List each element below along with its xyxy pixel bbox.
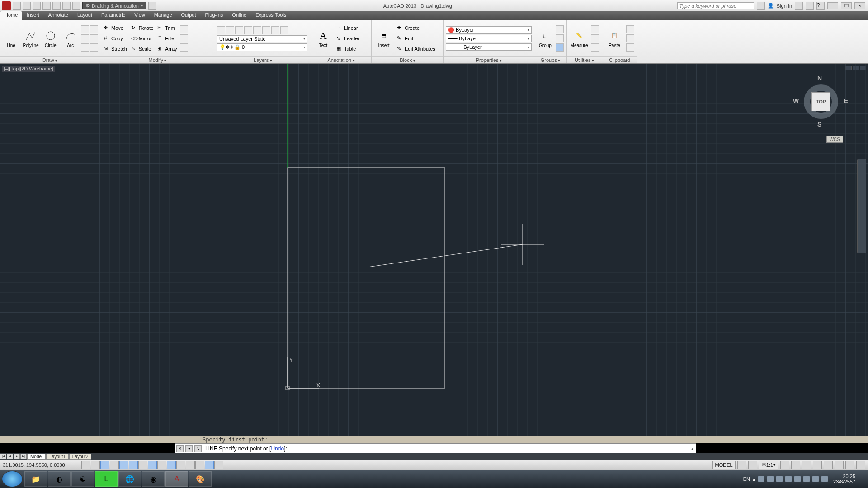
draw-mini-6-icon[interactable] bbox=[90, 43, 98, 52]
infocenter-search-icon[interactable] bbox=[757, 2, 765, 10]
taskbar-app1-icon[interactable]: ◐ bbox=[48, 471, 71, 487]
groups-mini-3-icon[interactable] bbox=[556, 43, 564, 52]
line-button[interactable]: Line bbox=[2, 23, 20, 54]
workspace-selector[interactable]: ⚙ Drafting & Annotation ▾ bbox=[82, 2, 146, 9]
layer-btn-7-icon[interactable] bbox=[271, 26, 279, 34]
search-input[interactable] bbox=[677, 2, 754, 9]
cmd-expand-icon[interactable]: ▴ bbox=[691, 446, 696, 451]
layer-btn-6-icon[interactable] bbox=[262, 26, 270, 34]
qat-undo-icon[interactable] bbox=[62, 2, 71, 10]
toggle-polar[interactable] bbox=[119, 461, 128, 469]
stayconnected-icon[interactable] bbox=[806, 2, 814, 10]
qat-dropdown-icon[interactable] bbox=[148, 2, 156, 10]
layer-btn-2-icon[interactable] bbox=[226, 26, 234, 34]
linetype-selector[interactable]: ──── ByLayer▾ bbox=[446, 43, 532, 51]
measure-button[interactable]: 📏 Measure bbox=[569, 23, 590, 54]
leader-button[interactable]: ↘Leader bbox=[335, 34, 361, 43]
panel-utilities-label[interactable]: Utilities bbox=[567, 56, 602, 63]
tab-home[interactable]: Home bbox=[0, 11, 22, 20]
drawing-canvas[interactable]: [–][Top][2D Wireframe] X Y bbox=[0, 64, 868, 436]
status-btn-f-icon[interactable] bbox=[813, 461, 822, 469]
start-button[interactable] bbox=[2, 471, 23, 487]
show-desktop-button[interactable] bbox=[861, 471, 864, 487]
wcs-label[interactable]: WCS bbox=[826, 136, 843, 143]
layout-nav-last[interactable]: ▸| bbox=[20, 454, 27, 459]
viewcube-top[interactable]: TOP bbox=[811, 92, 830, 111]
tab-layout[interactable]: Layout bbox=[73, 11, 97, 20]
create-button[interactable]: ✚Create bbox=[396, 23, 437, 33]
toggle-infer[interactable] bbox=[81, 461, 90, 469]
help-icon[interactable]: ? bbox=[816, 2, 825, 10]
toggle-dyn[interactable] bbox=[167, 461, 176, 469]
status-btn-i-icon[interactable] bbox=[845, 461, 854, 469]
tray-icon-1[interactable] bbox=[758, 476, 764, 482]
modify-mini-2-icon[interactable] bbox=[180, 34, 188, 42]
lineweight-selector[interactable]: ━━━ ByLayer▾ bbox=[446, 35, 532, 42]
layout-nav-prev[interactable]: ◂ bbox=[7, 454, 13, 459]
color-selector[interactable]: 🔴 ByLayer▾ bbox=[446, 26, 532, 34]
viewcube-e[interactable]: E bbox=[844, 97, 848, 104]
exchange-icon[interactable] bbox=[795, 2, 803, 10]
tray-icon-4[interactable] bbox=[785, 476, 792, 482]
panel-annotation-label[interactable]: Annotation bbox=[311, 56, 371, 63]
viewcube-n[interactable]: N bbox=[817, 75, 822, 82]
toggle-ducs[interactable] bbox=[157, 461, 166, 469]
tray-icon-2[interactable] bbox=[767, 476, 774, 482]
layer-btn-8-icon[interactable] bbox=[280, 26, 288, 34]
linear-button[interactable]: ↔Linear bbox=[335, 23, 361, 33]
groups-mini-1-icon[interactable] bbox=[556, 25, 564, 33]
layout-tab-model[interactable]: Model bbox=[27, 454, 46, 460]
tab-view[interactable]: View bbox=[130, 11, 150, 20]
toggle-tpy[interactable] bbox=[186, 461, 195, 469]
table-button[interactable]: ▦Table bbox=[335, 44, 361, 54]
layer-btn-1-icon[interactable] bbox=[217, 26, 225, 34]
scale-button[interactable]: ⤡Scale bbox=[130, 44, 155, 54]
signin-link[interactable]: Sign In bbox=[777, 3, 792, 9]
status-annoscale[interactable]: ⚖ 1:1 ▾ bbox=[759, 461, 778, 469]
navigation-bar[interactable] bbox=[857, 159, 866, 253]
toggle-grid[interactable] bbox=[100, 461, 109, 469]
layer-state-selector[interactable]: Unsaved Layer State▾ bbox=[217, 35, 307, 42]
clip-mini-2-icon[interactable] bbox=[626, 34, 634, 42]
qat-redo-icon[interactable] bbox=[72, 2, 80, 10]
status-coordinates[interactable]: 311.9015, 194.5550, 0.0000 bbox=[0, 462, 81, 468]
viewcube-w[interactable]: W bbox=[793, 97, 799, 104]
text-button[interactable]: A Text bbox=[313, 23, 334, 54]
draw-mini-5-icon[interactable] bbox=[81, 43, 89, 52]
qat-plot-icon[interactable] bbox=[52, 2, 61, 10]
close-button[interactable]: ✕ bbox=[854, 2, 865, 9]
qat-open-icon[interactable] bbox=[23, 2, 31, 10]
cmd-config-icon[interactable]: ↘ bbox=[194, 445, 202, 452]
clip-mini-3-icon[interactable] bbox=[626, 43, 634, 52]
status-btn-c-icon[interactable] bbox=[780, 461, 789, 469]
status-btn-d-icon[interactable] bbox=[791, 461, 800, 469]
status-btn-e-icon[interactable] bbox=[802, 461, 811, 469]
polyline-button[interactable]: Polyline bbox=[22, 23, 40, 54]
arc-button[interactable]: Arc bbox=[61, 23, 80, 54]
layer-current-selector[interactable]: 💡❄☀🔒 0▾ bbox=[217, 43, 307, 51]
status-btn-a-icon[interactable] bbox=[737, 461, 746, 469]
clip-mini-1-icon[interactable] bbox=[626, 25, 634, 33]
qat-saveas-icon[interactable] bbox=[42, 2, 51, 10]
mirror-button[interactable]: ◁▷Mirror bbox=[130, 34, 155, 43]
tab-output[interactable]: Output bbox=[177, 11, 201, 20]
taskbar-steam-icon[interactable]: ◉ bbox=[142, 471, 165, 487]
taskbar-app2-icon[interactable]: ☯ bbox=[71, 471, 94, 487]
tab-parametric[interactable]: Parametric bbox=[97, 11, 130, 20]
toggle-snap[interactable] bbox=[91, 461, 100, 469]
tab-plugins[interactable]: Plug-ins bbox=[201, 11, 228, 20]
app-logo-icon[interactable] bbox=[2, 1, 11, 10]
modify-mini-1-icon[interactable] bbox=[180, 25, 188, 33]
rotate-button[interactable]: ↻Rotate bbox=[130, 23, 155, 33]
draw-mini-2-icon[interactable] bbox=[90, 25, 98, 33]
groups-mini-2-icon[interactable] bbox=[556, 34, 564, 42]
array-button[interactable]: ⊞Array bbox=[156, 44, 178, 54]
qat-save-icon[interactable] bbox=[33, 2, 41, 10]
toggle-lwt[interactable] bbox=[176, 461, 185, 469]
edit-button[interactable]: ✎Edit bbox=[396, 34, 437, 43]
status-btn-g-icon[interactable] bbox=[824, 461, 833, 469]
util-mini-3-icon[interactable] bbox=[591, 43, 599, 52]
draw-mini-3-icon[interactable] bbox=[81, 34, 89, 42]
status-model[interactable]: MODEL bbox=[712, 461, 736, 469]
tab-annotate[interactable]: Annotate bbox=[44, 11, 73, 20]
